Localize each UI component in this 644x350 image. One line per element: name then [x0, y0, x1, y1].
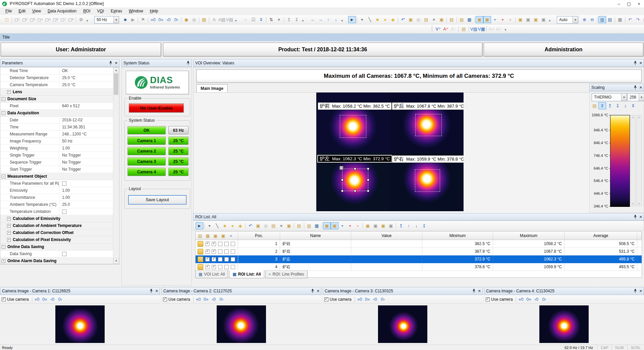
param-row[interactable]: Time11:34:36.351	[0, 124, 114, 131]
param-row[interactable]: Weighting1.00	[0, 145, 114, 152]
copy-icon[interactable]: ▣	[254, 222, 262, 229]
param-row[interactable]: Camera Temperature25.0 °C	[0, 81, 114, 89]
bring-to-front-icon[interactable]: ▣	[364, 222, 372, 229]
pin-icon[interactable]	[150, 289, 153, 293]
export-ascii-icon[interactable]: A	[210, 16, 218, 23]
zoom-mode-combo[interactable]: Auto▾	[557, 16, 578, 23]
zoom-in-icon[interactable]: ⊕	[581, 16, 588, 23]
roi-open-icon[interactable]: ▨	[305, 222, 313, 229]
menu-window[interactable]: Window	[125, 7, 147, 15]
menu-data-acquisition[interactable]: Data Acquisition	[44, 7, 80, 15]
send-backward-icon[interactable]: ▣	[387, 222, 395, 229]
menu-edit[interactable]: Edit	[15, 7, 29, 15]
line-tool-icon[interactable]: ╲	[213, 222, 221, 229]
add-voi-icon[interactable]: V⁺	[434, 25, 442, 33]
checkbox-checked-icon[interactable]	[212, 265, 216, 269]
delete-roi-icon[interactable]: ×	[430, 16, 438, 23]
product-button[interactable]: Product: Test / 2018-12-02 11:34:36	[163, 43, 482, 56]
close-icon[interactable]: ×	[639, 86, 642, 89]
pin-icon[interactable]	[186, 61, 190, 65]
checkbox[interactable]	[218, 265, 222, 269]
voi-open-icon[interactable]: V▨	[470, 25, 478, 33]
point-tool-icon[interactable]: +	[206, 222, 213, 229]
add-alarm-node-icon[interactable]: +	[499, 16, 506, 23]
param-group-row[interactable]: +Calculation of Pixel Emissivity	[0, 236, 114, 243]
expand-icon[interactable]: +	[2, 259, 5, 263]
param-row[interactable]: Data Saving	[0, 250, 114, 257]
seg-overflow-icon[interactable]: ▾	[233, 17, 238, 24]
toolbar-grip[interactable]	[431, 26, 433, 32]
sequence-step-back-icon[interactable]: ‹0	[165, 16, 172, 23]
stop-icon[interactable]: ■	[121, 16, 129, 23]
column-name[interactable]: Name	[280, 232, 351, 240]
param-row[interactable]: Pixel640 x 512	[0, 103, 114, 110]
undo-icon[interactable]: ↶	[399, 16, 407, 23]
spin-up-icon[interactable]: ∧	[631, 116, 635, 119]
checkbox[interactable]	[62, 252, 66, 256]
zoom-out-icon[interactable]: ⊖	[588, 16, 596, 23]
param-row[interactable]: Sequence TriggerNo Trigger	[0, 159, 114, 166]
expand-icon[interactable]: +	[7, 224, 11, 228]
rect-tool-icon[interactable]: ■	[374, 16, 381, 23]
window-new-icon[interactable]: ◻	[3, 16, 11, 23]
column-value[interactable]: Value	[351, 232, 422, 240]
camera-step-back-icon[interactable]: ‹0	[210, 296, 218, 303]
camera-seq-forward-icon[interactable]: 0»	[202, 296, 210, 303]
close-icon[interactable]: ×	[639, 289, 642, 293]
show-roi-icon[interactable]: ▣	[476, 16, 483, 23]
column-maximum[interactable]: Maximum	[493, 232, 565, 240]
sequence-step-fwd-icon[interactable]: 0›	[172, 16, 180, 23]
roi-rectangle-4[interactable]	[415, 169, 440, 192]
roi-label-3-selected[interactable]: 炉左Max: 1062.3 °C Min: 372.9 °C	[317, 155, 392, 163]
scaling-max-fix-icon[interactable]: ↥	[606, 102, 614, 109]
param-group-row[interactable]: −Measurement Object	[0, 173, 114, 180]
tab-roi-list[interactable]: ▦ROI List: All	[229, 270, 264, 278]
align-top-icon[interactable]: ↥	[285, 16, 293, 23]
delete-roi-icon[interactable]: ×	[277, 222, 285, 229]
param-row[interactable]: Measurement Range248...1200 °C	[0, 131, 114, 138]
menu-extras[interactable]: Extras	[107, 7, 125, 15]
close-icon[interactable]: ×	[478, 289, 481, 293]
go-down-icon[interactable]: ↓	[332, 16, 340, 23]
roi-handle[interactable]	[354, 168, 356, 170]
param-row[interactable]: Emissivity1.00	[0, 187, 114, 194]
window-layout-2-icon[interactable]: ◻²	[21, 16, 29, 23]
duplicate-roi-icon[interactable]: ▣	[285, 222, 293, 229]
user-enable-button[interactable]: No User-Enable	[129, 103, 184, 113]
scaling-properties-icon[interactable]: ▤	[591, 102, 598, 109]
select-tool-icon[interactable]: ►	[348, 16, 356, 23]
maximize-icon[interactable]: ▢	[624, 0, 634, 7]
window-layout-5-icon[interactable]: ◻⁵	[44, 16, 52, 23]
move-down-icon[interactable]: ↓	[413, 222, 420, 229]
rotate-right-icon[interactable]: ↷	[634, 16, 642, 23]
camera-step-forward-icon[interactable]: 0›	[379, 296, 387, 303]
scaling-full-range-icon[interactable]: ⇕	[629, 102, 637, 109]
range-clear-icon[interactable]: ×	[275, 16, 283, 23]
show-labels-icon[interactable]: ▣	[331, 222, 338, 229]
checkbox[interactable]	[62, 181, 66, 186]
play-icon[interactable]: ▶	[129, 16, 137, 23]
seg-overflow-icon[interactable]: ▾	[301, 17, 305, 24]
scroll-up-icon[interactable]: ▲	[113, 67, 119, 73]
expand-icon[interactable]: +	[7, 231, 11, 235]
alarm-relay-icon[interactable]: ◌	[242, 16, 250, 23]
col-show-roi-icon[interactable]: ▣	[212, 232, 219, 239]
alarm-ack-icon[interactable]: ☑	[250, 16, 257, 23]
seg-overflow-icon[interactable]: ▾	[547, 17, 552, 24]
param-group-row[interactable]: +Online Alarm Data Saving	[0, 257, 114, 264]
col-open-icon[interactable]: ▨	[196, 232, 204, 239]
parameters-scrollbar[interactable]: ▲ ▼	[113, 67, 119, 264]
expand-icon[interactable]: +	[7, 238, 11, 242]
checkbox-checked-icon[interactable]	[205, 257, 210, 261]
fit-page-icon[interactable]: ▤	[606, 16, 614, 23]
menu-help[interactable]: Help	[147, 7, 162, 15]
checkbox-checked-icon[interactable]	[212, 257, 216, 261]
delete-node-icon[interactable]: ▫	[354, 222, 362, 229]
copy-attributes-icon[interactable]: ▤	[422, 16, 430, 23]
roi-save-icon[interactable]: ▦	[466, 16, 473, 23]
checkbox-checked-icon[interactable]	[205, 265, 210, 269]
checkbox-checked-icon[interactable]	[212, 249, 216, 254]
add-alarm-icon[interactable]: A⁺	[442, 25, 450, 33]
table-row[interactable]: 1 炉前 382.5 °C 1058.2 °C 508.5 °C	[196, 240, 642, 248]
save-sequence-icon[interactable]: ▤	[200, 16, 208, 23]
